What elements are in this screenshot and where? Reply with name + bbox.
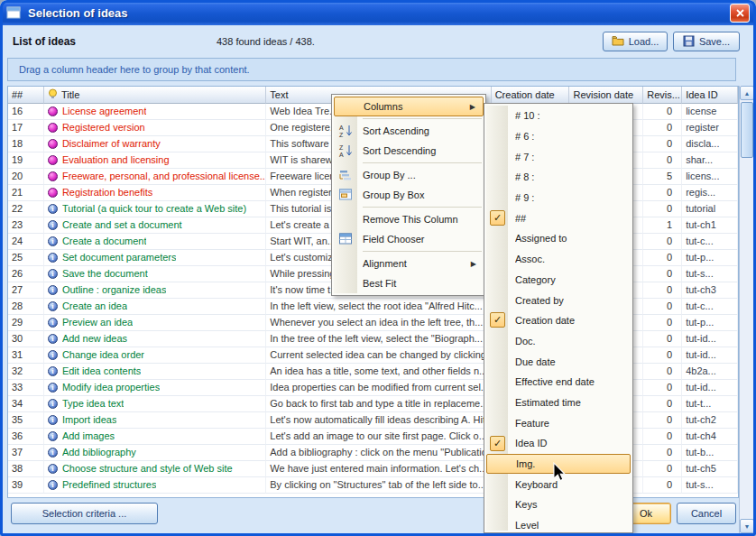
cell-idea-id: tut-id...	[682, 347, 738, 364]
submenu-item-label: Doc.	[515, 336, 625, 347]
submenu-item-effective-end-date[interactable]: Effective end date	[486, 372, 631, 393]
cell-row-number: 28	[8, 299, 44, 315]
menu-item-sort-ascending[interactable]: AZSort Ascending	[334, 121, 484, 141]
cell-idea-id: discla...	[682, 136, 738, 152]
selection-criteria-button[interactable]: Selection criteria ...	[11, 503, 158, 524]
scroll-up-icon[interactable]: ▲	[740, 86, 754, 100]
checkmark-icon: ✓	[490, 312, 505, 328]
cell-idea-id: tut-c...	[682, 234, 738, 250]
submenu-item-label: Keys	[515, 499, 625, 510]
idea-icon	[48, 155, 58, 165]
menu-item-label: Sort Ascending	[363, 125, 476, 136]
submenu-item-estimated-time[interactable]: Estimated time	[486, 393, 631, 413]
cell-revis: 0	[643, 380, 682, 396]
menu-item-alignment[interactable]: Alignment▶	[334, 254, 484, 273]
menu-item-group-by[interactable]: Group By ...	[334, 165, 484, 185]
cell-revis: 1	[643, 217, 682, 234]
idea-title-text: Change idea order	[62, 347, 144, 363]
submenu-item-6[interactable]: # 6 :	[486, 126, 631, 147]
menu-item-columns[interactable]: Columns▶	[334, 97, 484, 116]
cell-revis: 0	[643, 136, 682, 152]
group-by-bar[interactable]: Drag a column header here to group by th…	[7, 58, 736, 81]
sort-descending-icon: ZA	[338, 143, 355, 158]
submenu-item-label: Idea ID	[515, 438, 625, 448]
submenu-item-item[interactable]: ✓##	[486, 208, 631, 228]
vertical-scrollbar[interactable]: ▲ ▼	[739, 86, 753, 533]
menu-item-field-chooser[interactable]: Field Chooser	[334, 229, 484, 249]
info-icon: i	[48, 431, 58, 441]
cell-title: Evaluation and licensing	[44, 152, 266, 169]
cell-revis: 0	[643, 266, 682, 282]
submenu-item-assigned-to[interactable]: Assigned to	[486, 228, 631, 249]
info-icon: i	[48, 448, 58, 457]
menu-item-sort-descending[interactable]: ZASort Descending	[334, 141, 484, 161]
cell-idea-id: licens...	[682, 169, 738, 185]
cell-revis: 0	[643, 250, 682, 266]
cell-revis: 0	[643, 445, 682, 461]
title-bar[interactable]: Selection of ideas	[0, 0, 756, 25]
load-button[interactable]: Load...	[603, 32, 668, 51]
cell-row-number: 37	[8, 445, 44, 461]
info-icon: i	[48, 318, 58, 328]
cell-revis: 0	[643, 282, 682, 299]
column-header-idea-id[interactable]: Idea ID	[682, 87, 738, 104]
menu-separator	[363, 251, 482, 252]
svg-text:A: A	[339, 125, 344, 131]
submenu-item-8[interactable]: # 8 :	[486, 167, 631, 188]
column-header-creation-date[interactable]: Creation date	[492, 87, 570, 104]
submenu-item-feature[interactable]: Feature	[486, 412, 631, 433]
close-icon[interactable]	[730, 4, 750, 23]
submenu-item-label: ##	[515, 213, 625, 224]
column-header-label: Idea ID	[686, 89, 717, 100]
submenu-item-assoc[interactable]: Assoc.	[486, 249, 631, 270]
column-header-revision-date[interactable]: Revision date	[569, 87, 643, 104]
submenu-item-label: Img.	[516, 458, 624, 469]
column-header-label: Revis...	[647, 89, 680, 100]
cell-row-number: 16	[8, 104, 44, 120]
cell-title: iPreview an idea	[44, 315, 266, 331]
column-header-num[interactable]: ##	[8, 87, 44, 104]
cell-text: An idea has a title, some text, and othe…	[266, 364, 491, 380]
cell-title: Registration benefits	[44, 185, 266, 201]
cell-idea-id: tut-s...	[682, 477, 738, 494]
cell-revis: 0	[643, 347, 682, 364]
column-header-title[interactable]: Title	[44, 87, 266, 104]
scroll-down-icon[interactable]: ▼	[740, 519, 754, 533]
submenu-item-keys[interactable]: Keys	[486, 494, 631, 515]
menu-item-best-fit[interactable]: Best Fit	[334, 273, 484, 293]
submenu-item-creation-date[interactable]: ✓Creation date	[486, 310, 631, 331]
submenu-item-7[interactable]: # 7 :	[486, 146, 631, 167]
submenu-item-due-date[interactable]: Due date	[486, 351, 631, 372]
cell-idea-id: tut-ch3	[682, 282, 738, 299]
cell-idea-id: 4b2a...	[682, 364, 738, 380]
cell-row-number: 20	[8, 169, 44, 185]
submenu-item-label: # 9 :	[515, 192, 625, 203]
menu-separator	[363, 118, 482, 119]
save-button-label: Save...	[699, 36, 730, 47]
submenu-item-created-by[interactable]: Created by	[486, 290, 631, 310]
cell-revis: 0	[643, 299, 682, 315]
submenu-item-label: # 10 :	[515, 110, 625, 121]
cell-text: Add a bibliography : click on the menu "…	[266, 445, 491, 461]
cell-title: iCreate a document	[44, 234, 266, 250]
svg-text:A: A	[339, 152, 344, 158]
idea-icon	[48, 106, 58, 116]
menu-item-remove-this-column[interactable]: Remove This Column	[334, 209, 484, 229]
info-icon: i	[48, 204, 58, 214]
info-icon: i	[48, 383, 58, 393]
scrollbar-thumb[interactable]	[741, 102, 753, 158]
submenu-item-level[interactable]: Level	[486, 515, 631, 533]
menu-item-group-by-box[interactable]: Group By Box	[334, 185, 484, 205]
submenu-item-category[interactable]: Category	[486, 270, 631, 291]
cancel-button[interactable]: Cancel	[677, 503, 736, 524]
cell-idea-id: tut-id...	[682, 380, 738, 396]
cell-revis: 0	[643, 331, 682, 347]
cell-text: Go back to first tab and type a title in…	[266, 396, 491, 412]
submenu-item-doc[interactable]: Doc.	[486, 331, 631, 352]
submenu-item-9[interactable]: # 9 :	[486, 188, 631, 208]
submenu-item-idea-id[interactable]: ✓Idea ID	[486, 433, 631, 454]
submenu-item-10[interactable]: # 10 :	[486, 106, 631, 126]
save-button[interactable]: Save...	[673, 32, 740, 51]
column-header-revis[interactable]: Revis...	[643, 87, 682, 104]
cell-revis: 0	[643, 412, 682, 429]
